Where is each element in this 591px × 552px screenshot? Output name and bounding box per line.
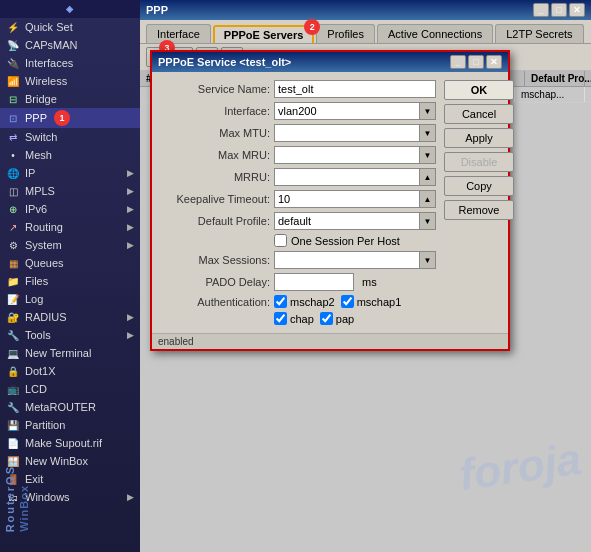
one-session-checkbox-row: One Session Per Host	[274, 234, 400, 247]
cancel-button[interactable]: Cancel	[444, 104, 514, 124]
sidebar-item-label: Queues	[25, 257, 64, 269]
sidebar-item-capsman[interactable]: 📡 CAPsMAN	[0, 36, 140, 54]
service-name-label: Service Name:	[160, 83, 270, 95]
disable-button[interactable]: Disable	[444, 152, 514, 172]
auth-pap-checkbox[interactable]	[320, 312, 333, 325]
sidebar-item-new-terminal[interactable]: 💻 New Terminal	[0, 344, 140, 362]
sidebar-item-routing[interactable]: ↗ Routing ▶	[0, 218, 140, 236]
max-sessions-row: Max Sessions: ▼	[160, 251, 436, 269]
sidebar-item-metarouter[interactable]: 🔧 MetaROUTER	[0, 398, 140, 416]
mrru-select[interactable]: ▲	[274, 168, 436, 186]
default-profile-dropdown-arrow[interactable]: ▼	[419, 213, 435, 229]
remove-button[interactable]: Remove	[444, 200, 514, 220]
sidebar-item-windows[interactable]: 🗂 Windows ▶	[0, 488, 140, 506]
sidebar-item-partition[interactable]: 💾 Partition	[0, 416, 140, 434]
sidebar-item-log[interactable]: 📝 Log	[0, 290, 140, 308]
sidebar-item-radius[interactable]: 🔐 RADIUS ▶	[0, 308, 140, 326]
sidebar-item-ppp[interactable]: ⊡ PPP 1	[0, 108, 140, 128]
sidebar-item-exit[interactable]: 🚪 Exit	[0, 470, 140, 488]
status-text: enabled	[158, 336, 194, 347]
radius-icon: 🔐	[6, 310, 20, 324]
max-mtu-select[interactable]: ▼	[274, 124, 436, 142]
default-profile-select[interactable]: default ▼	[274, 212, 436, 230]
authentication-row: Authentication: mschap2 mschap1	[160, 295, 436, 308]
sidebar-item-queues[interactable]: ▦ Queues	[0, 254, 140, 272]
auth-label: Authentication:	[160, 296, 270, 308]
sidebar-item-bridge[interactable]: ⊟ Bridge	[0, 90, 140, 108]
sidebar-item-label: Log	[25, 293, 43, 305]
auth-mschap1-checkbox[interactable]	[341, 295, 354, 308]
auth-pap-item: pap	[320, 312, 354, 325]
interface-dropdown-arrow[interactable]: ▼	[419, 103, 435, 119]
sidebar-item-quickset[interactable]: ⚡ Quick Set	[0, 18, 140, 36]
sidebar-item-lcd[interactable]: 📺 LCD	[0, 380, 140, 398]
mrru-label: MRRU:	[160, 171, 270, 183]
metarouter-icon: 🔧	[6, 400, 20, 414]
ip-icon: 🌐	[6, 166, 20, 180]
auth-checkboxes: mschap2 mschap1	[274, 295, 436, 308]
sidebar-item-tools[interactable]: 🔧 Tools ▶	[0, 326, 140, 344]
sidebar-item-label: MPLS	[25, 185, 55, 197]
sidebar-item-label: Mesh	[25, 149, 52, 161]
dialog-minimize-button[interactable]: _	[450, 55, 466, 69]
max-mru-label: Max MRU:	[160, 149, 270, 161]
wireless-icon: 📶	[6, 74, 20, 88]
auth-chap-label: chap	[290, 313, 314, 325]
ppp-maximize-button[interactable]: □	[551, 3, 567, 17]
mrru-up-arrow[interactable]: ▲	[419, 169, 435, 185]
auth-mschap2-label: mschap2	[290, 296, 335, 308]
log-icon: 📝	[6, 292, 20, 306]
keepalive-input[interactable]	[275, 191, 419, 207]
apply-button[interactable]: Apply	[444, 128, 514, 148]
sidebar-item-mpls[interactable]: ◫ MPLS ▶	[0, 182, 140, 200]
sidebar-item-dot1x[interactable]: 🔒 Dot1X	[0, 362, 140, 380]
dialog-titlebar: PPPoE Service <test_olt> _ □ ✕	[152, 52, 508, 72]
auth-chap-checkbox[interactable]	[274, 312, 287, 325]
one-session-row: One Session Per Host	[160, 234, 436, 247]
dialog-buttons: OK Cancel Apply Disable Copy Remove	[444, 80, 514, 325]
sidebar-item-ipv6[interactable]: ⊕ IPv6 ▶	[0, 200, 140, 218]
dialog-maximize-button[interactable]: □	[468, 55, 484, 69]
sidebar-item-system[interactable]: ⚙ System ▶	[0, 236, 140, 254]
max-sessions-dropdown-arrow[interactable]: ▼	[419, 252, 435, 268]
sidebar-item-interfaces[interactable]: 🔌 Interfaces	[0, 54, 140, 72]
pado-delay-label: PADO Delay:	[160, 276, 270, 288]
one-session-checkbox[interactable]	[274, 234, 287, 247]
sidebar-item-new-winbox[interactable]: 🪟 New WinBox	[0, 452, 140, 470]
max-sessions-select[interactable]: ▼	[274, 251, 436, 269]
pppoe-service-dialog: PPPoE Service <test_olt> _ □ ✕ Service N…	[150, 50, 510, 351]
supout-icon: 📄	[6, 436, 20, 450]
interface-row: Interface: vlan200 ▼	[160, 102, 436, 120]
auth-mschap2-checkbox[interactable]	[274, 295, 287, 308]
keepalive-up-arrow[interactable]: ▲	[419, 191, 435, 207]
pado-delay-input[interactable]	[274, 273, 354, 291]
copy-button[interactable]: Copy	[444, 176, 514, 196]
pado-delay-row: PADO Delay: ms	[160, 273, 436, 291]
sidebar-item-mesh[interactable]: • Mesh	[0, 146, 140, 164]
ppp-icon: ⊡	[6, 111, 20, 125]
quickset-icon: ⚡	[6, 20, 20, 34]
max-mru-select[interactable]: ▼	[274, 146, 436, 164]
interface-select[interactable]: vlan200 ▼	[274, 102, 436, 120]
service-name-input[interactable]	[274, 80, 436, 98]
ppp-close-button[interactable]: ✕	[569, 3, 585, 17]
dialog-close-button[interactable]: ✕	[486, 55, 502, 69]
auth-chap-item: chap	[274, 312, 314, 325]
dialog-fields: Service Name: Interface: vlan200 ▼ Max M…	[160, 80, 436, 325]
sidebar-item-switch[interactable]: ⇄ Switch	[0, 128, 140, 146]
system-icon: ⚙	[6, 238, 20, 252]
sidebar-item-label: RADIUS	[25, 311, 67, 323]
sidebar-item-wireless[interactable]: 📶 Wireless	[0, 72, 140, 90]
sidebar-item-files[interactable]: 📁 Files	[0, 272, 140, 290]
max-mru-dropdown-arrow[interactable]: ▼	[419, 147, 435, 163]
mpls-icon: ◫	[6, 184, 20, 198]
ppp-minimize-button[interactable]: _	[533, 3, 549, 17]
sidebar-item-label: New Terminal	[25, 347, 91, 359]
ok-button[interactable]: OK	[444, 80, 514, 100]
bridge-icon: ⊟	[6, 92, 20, 106]
max-mtu-dropdown-arrow[interactable]: ▼	[419, 125, 435, 141]
sidebar-item-ip[interactable]: 🌐 IP ▶	[0, 164, 140, 182]
sidebar-item-make-supout[interactable]: 📄 Make Supout.rif	[0, 434, 140, 452]
sidebar-logo: ◈	[0, 0, 140, 18]
auth-pap-label: pap	[336, 313, 354, 325]
